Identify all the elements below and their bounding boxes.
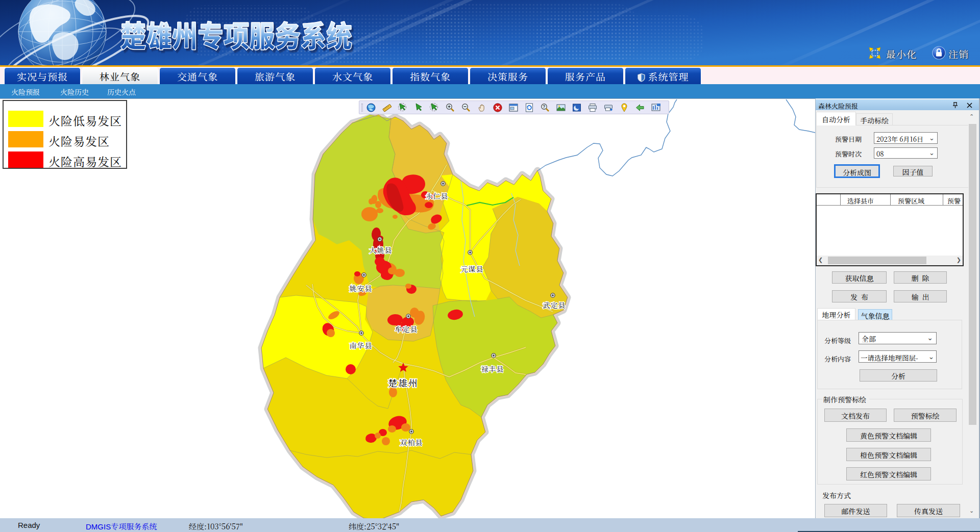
svg-text:武定县: 武定县 [543, 300, 566, 310]
svg-text:禄丰县: 禄丰县 [481, 364, 504, 374]
svg-text:姚安县: 姚安县 [350, 283, 373, 293]
svg-text:元谋县: 元谋县 [461, 264, 484, 274]
svg-text:双柏县: 双柏县 [400, 437, 423, 447]
svg-text:楚雄州专项服务系统: 楚雄州专项服务系统 [120, 17, 352, 56]
svg-text:?: ? [543, 104, 545, 109]
svg-text:楚雄州: 楚雄州 [388, 376, 419, 389]
svg-text:牟定县: 牟定县 [395, 324, 418, 334]
svg-text:永仁县: 永仁县 [426, 191, 449, 201]
svg-text:南华县: 南华县 [350, 340, 373, 350]
svg-text:大姚县: 大姚县 [370, 245, 393, 255]
